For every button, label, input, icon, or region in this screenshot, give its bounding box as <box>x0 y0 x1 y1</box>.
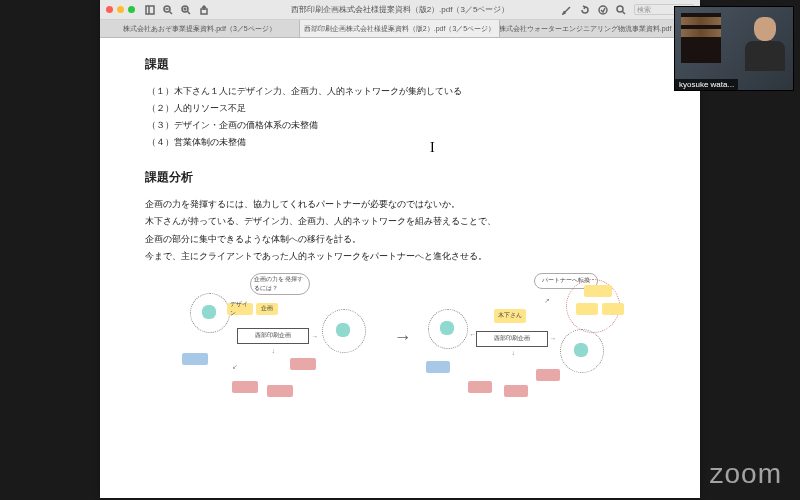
red-node <box>504 385 528 397</box>
heading-issues: 課題 <box>145 56 660 73</box>
maximize-icon[interactable] <box>128 6 135 13</box>
teal-node <box>336 323 350 337</box>
yellow-node: 企画 <box>256 303 278 315</box>
red-node <box>232 381 258 393</box>
tab-0[interactable]: 株式会社あおぞ事業提案資料.pdf（3／5ページ） <box>100 20 300 37</box>
oval-question: 企画の力を 発揮するには？ <box>250 273 310 295</box>
document-page: 課題 （１）木下さん１人にデザイン力、企画力、人的ネットワークが集約している （… <box>100 38 700 498</box>
yellow-node <box>584 285 612 297</box>
pdf-viewer-window: 西部印刷企画株式会社様提案資料（版2）.pdf（3／5ページ） 検索 株式会社あ… <box>100 0 700 498</box>
traffic-lights <box>106 6 135 13</box>
teal-node <box>202 305 216 319</box>
yellow-node: デザイン <box>227 303 253 315</box>
window-title: 西部印刷企画株式会社様提案資料（版2）.pdf（3／5ページ） <box>291 4 510 15</box>
titlebar: 西部印刷企画株式会社様提案資料（版2）.pdf（3／5ページ） 検索 <box>100 0 700 20</box>
participant-name: kyosuke wata... <box>675 79 738 90</box>
diagram-before: 企画の力を 発揮するには？ デザイン 企画 西部印刷企画 ↓ ↙ → <box>172 273 382 403</box>
markup-icon[interactable] <box>598 5 608 15</box>
blue-node <box>182 353 208 365</box>
heading-analysis: 課題分析 <box>145 169 660 186</box>
svg-rect-0 <box>146 6 154 14</box>
share-icon[interactable] <box>199 5 209 15</box>
issue-item: （１）木下さん１人にデザイン力、企画力、人的ネットワークが集約している <box>147 83 660 100</box>
close-icon[interactable] <box>106 6 113 13</box>
issue-item: （２）人的リソース不足 <box>147 100 660 117</box>
video-participant-tile[interactable]: kyosuke wata... <box>674 6 794 91</box>
rotate-icon[interactable] <box>580 5 590 15</box>
yellow-node <box>576 303 598 315</box>
red-node <box>267 385 293 397</box>
tab-1[interactable]: 西部印刷企画株式会社様提案資料（版2）.pdf（3／5ページ） <box>300 20 500 37</box>
center-box: 西部印刷企画 <box>476 331 548 347</box>
issues-list: （１）木下さん１人にデザイン力、企画力、人的ネットワークが集約している （２）人… <box>147 83 660 151</box>
teal-node <box>440 321 454 335</box>
red-node <box>468 381 492 393</box>
tab-2[interactable]: 株式会社ウォーターエンジニアリング物流事業資料.pdf（1／5… <box>500 20 700 37</box>
search-icon[interactable] <box>616 5 626 15</box>
red-node <box>290 358 316 370</box>
arrow-right-icon: → <box>394 327 412 348</box>
diagram-after: パートナーへ転換 木下さん 西部印刷企画 ↓ → ← ↗ <box>424 273 634 403</box>
person-silhouette <box>742 17 787 77</box>
zoom-out-icon[interactable] <box>163 5 173 15</box>
svg-line-6 <box>188 11 191 14</box>
svg-point-11 <box>617 6 623 12</box>
analysis-text: 企画の力を発揮するには、協力してくれるパートナーが必要なのではないか。 木下さん… <box>145 196 660 264</box>
svg-line-12 <box>623 11 626 14</box>
annotate-icon[interactable] <box>562 5 572 15</box>
sidebar-icon[interactable] <box>145 5 155 15</box>
text-cursor-icon <box>430 138 431 152</box>
svg-line-3 <box>170 11 173 14</box>
bookshelf-bg <box>681 13 721 63</box>
diagram-row: 企画の力を 発揮するには？ デザイン 企画 西部印刷企画 ↓ ↙ → → パート… <box>145 273 660 403</box>
yellow-center: 木下さん <box>494 309 526 323</box>
issue-item: （４）営業体制の未整備 <box>147 134 660 151</box>
teal-node <box>574 343 588 357</box>
tab-bar: 株式会社あおぞ事業提案資料.pdf（3／5ページ） 西部印刷企画株式会社様提案資… <box>100 20 700 38</box>
zoom-watermark: zoom <box>710 458 782 490</box>
issue-item: （３）デザイン・企画の価格体系の未整備 <box>147 117 660 134</box>
yellow-node <box>602 303 624 315</box>
red-node <box>536 369 560 381</box>
blue-node <box>426 361 450 373</box>
toolbar-left <box>145 5 209 15</box>
zoom-in-icon[interactable] <box>181 5 191 15</box>
minimize-icon[interactable] <box>117 6 124 13</box>
center-box: 西部印刷企画 <box>237 328 309 344</box>
